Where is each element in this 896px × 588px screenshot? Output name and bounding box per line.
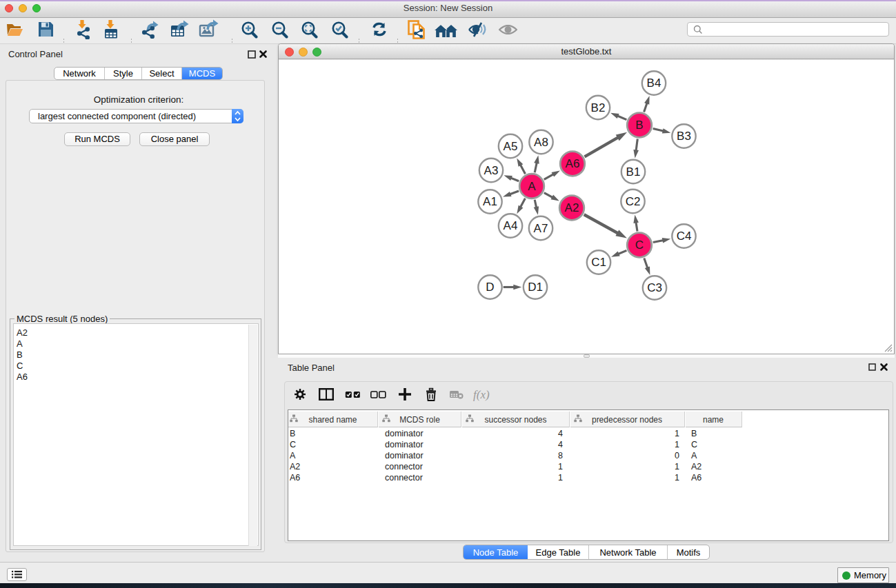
svg-text:A8: A8 (534, 136, 548, 149)
svg-text:C3: C3 (647, 281, 662, 294)
svg-text:C4: C4 (677, 230, 692, 243)
svg-text:A6: A6 (566, 157, 580, 170)
svg-text:B4: B4 (647, 77, 661, 90)
svg-text:A5: A5 (504, 140, 518, 153)
svg-text:B2: B2 (591, 101, 606, 114)
svg-text:D1: D1 (528, 281, 543, 294)
svg-text:C1: C1 (591, 256, 606, 269)
svg-text:A7: A7 (534, 222, 548, 235)
svg-text:A: A (528, 180, 536, 193)
svg-text:C2: C2 (626, 195, 641, 208)
svg-text:B: B (635, 119, 643, 132)
svg-text:A3: A3 (484, 164, 499, 177)
svg-text:C: C (635, 239, 644, 252)
svg-text:D: D (486, 281, 494, 294)
svg-text:A1: A1 (483, 195, 497, 208)
svg-text:B1: B1 (626, 165, 641, 179)
svg-text:B3: B3 (677, 130, 691, 143)
svg-text:A4: A4 (504, 219, 518, 232)
svg-text:A2: A2 (565, 201, 579, 214)
